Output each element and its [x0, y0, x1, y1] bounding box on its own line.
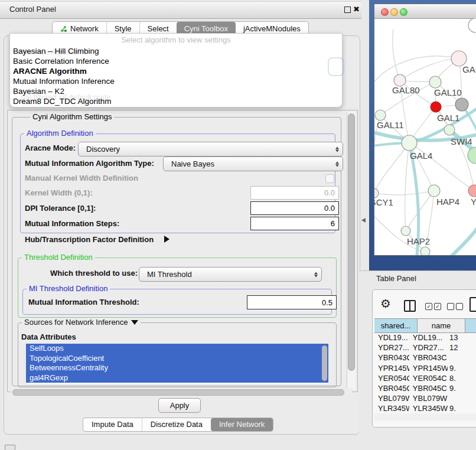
network-node-gal11[interactable]	[375, 110, 386, 120]
which-threshold-value: MI Threshold	[147, 270, 192, 279]
algorithm-option[interactable]: Bayesian – K2	[10, 86, 342, 96]
network-node-gal1[interactable]	[431, 102, 441, 112]
table-horizontal-scrollbar[interactable]	[374, 413, 476, 420]
network-window-titlebar[interactable]	[374, 4, 476, 19]
table-cell: 9.	[448, 403, 476, 413]
mi-threshold-group-title: MI Threshold Definition	[27, 284, 110, 293]
network-node-hap4[interactable]	[428, 185, 440, 197]
table-row[interactable]: YDR27...YDR27...12	[374, 343, 476, 353]
kernel-width-field: 0.0	[250, 186, 339, 200]
table-row[interactable]: YER054CYER054C8.	[374, 373, 476, 383]
node-label: SWI4	[451, 136, 472, 146]
network-node[interactable]	[420, 247, 430, 255]
network-edge[interactable]	[405, 143, 409, 231]
algorithm-option[interactable]: Dream8 DC_TDC Algorithm	[10, 96, 342, 106]
node-label: GAL10	[434, 87, 462, 97]
stepper-icon	[314, 272, 318, 277]
deselect-all-checkboxes-icon[interactable]	[447, 303, 463, 310]
minimized-panel-icon[interactable]	[5, 445, 15, 450]
table-settings-gear-icon[interactable]: ⚙	[380, 298, 391, 309]
mi-threshold-value: 0.5	[322, 298, 332, 307]
network-node-hap2[interactable]	[401, 226, 410, 236]
stepper-icon	[335, 161, 339, 167]
table-row[interactable]: YLR345WYLR345W9.	[374, 403, 476, 413]
mi-type-label: Mutual Information Algorithm Type:	[25, 157, 154, 170]
dpi-tolerance-label: DPI Tolerance [0,1]:	[25, 202, 96, 215]
network-node-swi4[interactable]	[444, 125, 455, 135]
table-row[interactable]: YPR145WYPR145W9.	[374, 363, 476, 373]
split-columns-icon[interactable]	[404, 300, 416, 312]
attribute-list-item[interactable]: BetweennessCentrality	[26, 363, 328, 373]
export-table-icon[interactable]	[470, 297, 476, 312]
tab-infer-network[interactable]: Infer Network	[211, 418, 273, 431]
tab-impute-data-label: Impute Data	[92, 420, 133, 429]
network-node-gal4[interactable]	[402, 135, 417, 151]
tab-impute-data[interactable]: Impute Data	[83, 418, 142, 431]
table-row[interactable]: YBR045CYBR045C9.	[374, 383, 476, 393]
network-node-y[interactable]	[468, 185, 476, 197]
algorithm-option[interactable]: Mutual Information Inference	[10, 76, 342, 86]
algorithm-option[interactable]: Bayesian – Hill Climbing	[10, 46, 342, 56]
close-traffic-light[interactable]	[381, 8, 389, 16]
minimize-traffic-light[interactable]	[390, 8, 398, 16]
attribute-list-item[interactable]: TopologicalCoefficient	[26, 354, 328, 364]
float-window-icon[interactable]	[344, 6, 351, 13]
network-node[interactable]	[468, 147, 476, 164]
settings-horizontal-scrollbar-thumb[interactable]	[12, 389, 344, 396]
close-icon[interactable]: ✖	[353, 1, 360, 18]
network-node-gal80[interactable]	[394, 74, 406, 86]
zoom-traffic-light[interactable]	[400, 8, 407, 16]
aracne-mode-label: Aracne Mode:	[25, 142, 76, 155]
collapse-arrow-icon[interactable]	[131, 320, 138, 325]
algorithm-option[interactable]: ARACNE Algorithm	[10, 66, 342, 76]
column-header[interactable]: shared...	[374, 319, 418, 332]
select-all-checkboxes-icon[interactable]: ✓ ✓	[425, 303, 441, 310]
aracne-mode-select[interactable]: Discovery	[78, 142, 343, 156]
network-edge[interactable]	[374, 143, 409, 193]
table-row[interactable]: YBL079WYBL079W	[374, 393, 476, 403]
table-body[interactable]: YDL19...YDL19...13YDR27...YDR27...12YBR0…	[374, 332, 476, 413]
node-label: GAL80	[392, 85, 420, 95]
network-edge[interactable]	[374, 191, 434, 195]
bottom-tabs: Impute Data Discretize Data Infer Networ…	[83, 418, 273, 432]
node-label: GCY1	[374, 197, 393, 207]
table-header-row[interactable]: shared...nameA	[374, 318, 476, 333]
table-cell: YDR27...	[409, 343, 448, 353]
table-cell: YBR045C	[409, 383, 448, 393]
mi-steps-label: Mutual Information Steps:	[25, 217, 119, 230]
mi-type-select[interactable]: Naive Bayes	[163, 156, 343, 171]
column-header[interactable]: A	[465, 319, 476, 332]
tab-discretize-data[interactable]: Discretize Data	[142, 418, 211, 431]
attribute-list-item[interactable]: gal4RGexp	[26, 373, 328, 383]
mi-steps-field[interactable]: 6	[250, 217, 339, 230]
table-cell: 13	[448, 332, 476, 343]
settings-vertical-scrollbar-thumb[interactable]	[348, 113, 355, 371]
table-cell	[448, 393, 476, 403]
dpi-tolerance-field[interactable]: 0.0	[250, 201, 339, 215]
network-node-gcy1[interactable]	[374, 188, 379, 198]
table-cell: YDL19...	[409, 332, 448, 343]
table-row[interactable]: YBR043CYBR043C	[374, 353, 476, 363]
network-view-window[interactable]: GALGAL80GAL10GAL1GAL11SWI4GAL4GCY1HAP4YH…	[374, 4, 476, 256]
network-edge[interactable]	[400, 58, 459, 80]
network-node[interactable]	[455, 98, 468, 111]
network-node[interactable]	[468, 18, 476, 32]
algorithm-option[interactable]: Basic Correlation Inference	[10, 56, 342, 66]
which-threshold-select[interactable]: MI Threshold	[139, 267, 322, 282]
manual-kernel-checkbox[interactable]	[325, 174, 334, 183]
attribute-list-item[interactable]: SelfLoops	[26, 344, 328, 354]
algorithm-popup-list: Bayesian – Hill ClimbingBasic Correlatio…	[10, 46, 342, 106]
apply-button[interactable]: Apply	[158, 398, 201, 413]
network-node-gal10[interactable]	[429, 76, 441, 88]
mi-threshold-field[interactable]: 0.5	[247, 295, 337, 309]
network-canvas[interactable]: GALGAL80GAL10GAL1GAL11SWI4GAL4GCY1HAP4YH…	[374, 18, 476, 255]
network-edge[interactable]	[393, 29, 400, 80]
column-header[interactable]: name	[418, 319, 465, 332]
network-edge-highlighted[interactable]	[452, 225, 476, 255]
table-row[interactable]: YDL19...YDL19...13	[374, 332, 476, 343]
table-cell: 9.	[448, 363, 476, 373]
expander-arrow-icon[interactable]	[164, 236, 169, 243]
attributes-list-scrollbar-thumb[interactable]	[322, 345, 327, 381]
cyni-algorithm-settings-title: Cyni Algorithm Settings	[30, 112, 114, 121]
data-attributes-list[interactable]: SelfLoopsTopologicalCoefficientBetweenne…	[26, 344, 328, 384]
